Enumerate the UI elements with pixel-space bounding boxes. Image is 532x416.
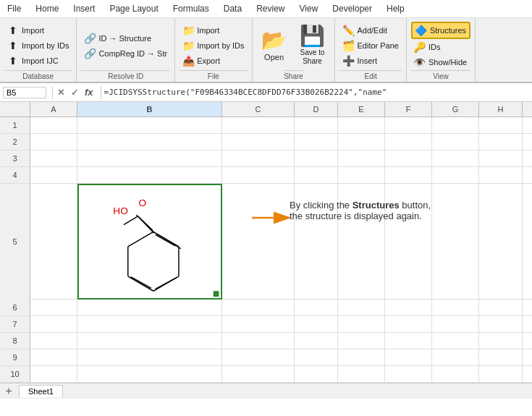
menu-review[interactable]: Review <box>249 1 292 16</box>
cell-a3[interactable] <box>30 150 77 166</box>
cell-e5[interactable] <box>338 184 385 300</box>
file-import-ids-button[interactable]: 📁 Import by IDs <box>180 38 247 53</box>
menu-file[interactable]: File <box>0 1 28 16</box>
cell-b2[interactable] <box>77 134 222 150</box>
cell-g7[interactable] <box>432 316 479 332</box>
cell-c8[interactable] <box>222 333 295 349</box>
file-import-button[interactable]: 📁 Import <box>180 23 247 38</box>
cell-f3[interactable] <box>385 150 432 166</box>
add-sheet-button[interactable]: ＋ <box>3 383 14 399</box>
import-button[interactable]: ⬆ Import <box>4 23 72 38</box>
insert-button[interactable]: ➕ Insert <box>339 54 401 68</box>
cell-c10[interactable] <box>222 366 295 382</box>
cell-a4[interactable] <box>30 167 77 183</box>
cell-g10[interactable] <box>432 366 479 382</box>
menu-view[interactable]: View <box>292 1 326 16</box>
cell-f10[interactable] <box>385 366 432 382</box>
cell-h4[interactable] <box>479 167 523 183</box>
cell-b10[interactable] <box>77 366 222 382</box>
cell-a9[interactable] <box>30 349 77 365</box>
cell-g6[interactable] <box>432 300 479 315</box>
cell-a10[interactable] <box>30 366 77 382</box>
import-by-ids-button[interactable]: ⬆ Import by IDs <box>4 38 72 53</box>
cell-e10[interactable] <box>338 366 385 382</box>
function-icon[interactable]: fx <box>83 87 95 98</box>
open-button[interactable]: 📂 Open <box>257 25 292 64</box>
ids-button[interactable]: 🔑 IDs <box>411 40 470 54</box>
cell-g2[interactable] <box>432 134 479 150</box>
cancel-formula-icon[interactable]: ✕ <box>56 87 67 98</box>
cell-h6[interactable] <box>479 300 523 315</box>
cell-d10[interactable] <box>295 366 338 382</box>
cell-b4[interactable] <box>77 167 222 183</box>
editor-pane-button[interactable]: 🗂️ Editor Pane <box>339 38 401 53</box>
sheet-tab-1[interactable]: Sheet1 <box>19 385 63 397</box>
cell-c4[interactable] <box>222 167 295 183</box>
cell-a8[interactable] <box>30 333 77 349</box>
cell-c6[interactable] <box>222 300 295 315</box>
cell-d8[interactable] <box>295 333 338 349</box>
cell-e1[interactable] <box>338 117 385 133</box>
cell-h2[interactable] <box>479 134 523 150</box>
cell-e9[interactable] <box>338 349 385 365</box>
cell-f6[interactable] <box>385 300 432 315</box>
cell-g1[interactable] <box>432 117 479 133</box>
cell-e3[interactable] <box>338 150 385 166</box>
file-export-button[interactable]: 📤 Export <box>180 54 247 68</box>
menu-formulas[interactable]: Formulas <box>166 1 216 16</box>
cell-f2[interactable] <box>385 134 432 150</box>
cell-g8[interactable] <box>432 333 479 349</box>
cell-f4[interactable] <box>385 167 432 183</box>
cell-h10[interactable] <box>479 366 523 382</box>
cell-b6[interactable] <box>77 300 222 315</box>
cell-reference[interactable] <box>3 87 46 98</box>
cell-b9[interactable] <box>77 349 222 365</box>
cell-c2[interactable] <box>222 134 295 150</box>
cell-d3[interactable] <box>295 150 338 166</box>
cell-d9[interactable] <box>295 349 338 365</box>
cell-b5-molecule[interactable]: HO O <box>77 184 222 300</box>
formula-input[interactable] <box>104 88 529 97</box>
cell-a2[interactable] <box>30 134 77 150</box>
confirm-formula-icon[interactable]: ✓ <box>69 87 80 98</box>
cell-e8[interactable] <box>338 333 385 349</box>
cell-a1[interactable] <box>30 117 77 133</box>
menu-data[interactable]: Data <box>216 1 249 16</box>
cell-b3[interactable] <box>77 150 222 166</box>
cell-a5[interactable] <box>30 184 77 300</box>
cell-f8[interactable] <box>385 333 432 349</box>
cell-d7[interactable] <box>295 316 338 332</box>
cell-e2[interactable] <box>338 134 385 150</box>
menu-developer[interactable]: Developer <box>325 1 379 16</box>
cell-b8[interactable] <box>77 333 222 349</box>
cell-h1[interactable] <box>479 117 523 133</box>
menu-home[interactable]: Home <box>28 1 66 16</box>
cell-e6[interactable] <box>338 300 385 315</box>
save-to-share-button[interactable]: 💾 Save toShare <box>295 21 331 69</box>
cell-d1[interactable] <box>295 117 338 133</box>
cell-h8[interactable] <box>479 333 523 349</box>
cell-e7[interactable] <box>338 316 385 332</box>
cell-f7[interactable] <box>385 316 432 332</box>
structures-button[interactable]: 🔷 Structures <box>411 22 470 39</box>
cell-b7[interactable] <box>77 316 222 332</box>
cell-c7[interactable] <box>222 316 295 332</box>
cell-d5[interactable] <box>295 184 338 300</box>
menu-help[interactable]: Help <box>379 1 412 16</box>
cell-b1[interactable] <box>77 117 222 133</box>
cell-g3[interactable] <box>432 150 479 166</box>
cell-g5[interactable] <box>432 184 479 300</box>
cell-h3[interactable] <box>479 150 523 166</box>
cell-c1[interactable] <box>222 117 295 133</box>
cell-d4[interactable] <box>295 167 338 183</box>
cell-c3[interactable] <box>222 150 295 166</box>
cell-f5[interactable] <box>385 184 432 300</box>
cell-c5[interactable] <box>222 184 295 300</box>
cell-f9[interactable] <box>385 349 432 365</box>
id-to-structure-button[interactable]: 🔗 ID → Structure <box>81 31 170 46</box>
cell-g4[interactable] <box>432 167 479 183</box>
cell-d2[interactable] <box>295 134 338 150</box>
menu-page-layout[interactable]: Page Layout <box>102 1 165 16</box>
cell-f1[interactable] <box>385 117 432 133</box>
cell-a7[interactable] <box>30 316 77 332</box>
